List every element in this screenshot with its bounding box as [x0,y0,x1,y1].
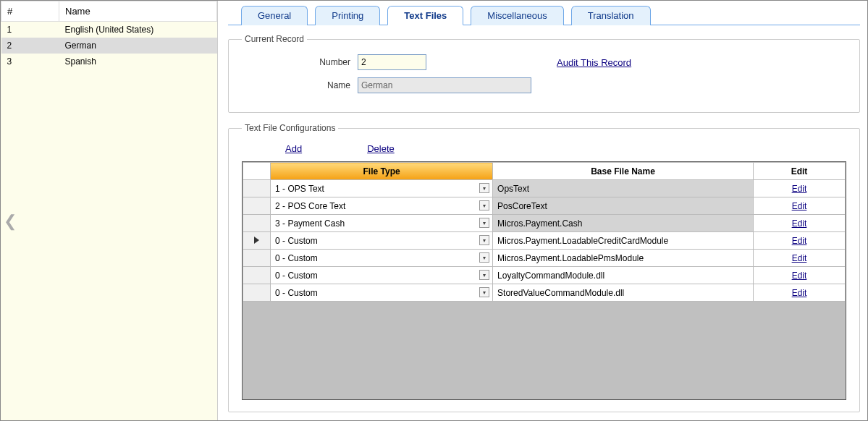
file-type-cell[interactable]: 0 - Custom▾ [271,267,493,284]
file-type-cell[interactable]: 0 - Custom▾ [271,250,493,267]
col-header-num[interactable]: # [1,1,59,22]
delete-link[interactable]: Delete [367,143,395,154]
base-file-cell: PosCoreText [493,197,754,215]
language-list-panel: # Name 1English (United States)2German3S… [1,1,218,420]
base-file-cell: OpsText [493,180,754,197]
tab-text-files[interactable]: Text Files [387,6,463,25]
config-table: File Type Base File Name Edit 1 - OPS Te… [243,162,846,302]
tab-miscellaneous[interactable]: Miscellaneous [471,6,563,25]
name-input [358,77,531,93]
audit-link[interactable]: Audit This Record [557,57,631,68]
row-marker [243,284,271,302]
base-file-cell: Micros.Payment.Cash [493,215,754,232]
edit-cell: Edit [753,197,845,215]
number-input[interactable] [358,54,426,70]
language-table: # Name 1English (United States)2German3S… [1,1,217,69]
dropdown-icon[interactable]: ▾ [479,218,489,228]
tab-translation[interactable]: Translation [571,6,651,25]
file-type-cell[interactable]: 1 - OPS Text▾ [271,180,493,197]
col-header-filetype[interactable]: File Type [271,163,493,180]
edit-link[interactable]: Edit [792,236,807,246]
edit-cell: Edit [753,250,845,267]
text-file-config-legend: Text File Configurations [242,123,338,133]
file-type-cell[interactable]: 3 - Payment Cash▾ [271,215,493,232]
current-record-fieldset: Current Record Number Audit This Record … [228,34,860,113]
base-file-cell[interactable]: StoredValueCommandModule.dll [493,284,754,302]
text-file-config-fieldset: Text File Configurations Add Delete File… [228,123,860,412]
lang-num: 2 [1,38,59,54]
row-marker [243,180,271,197]
table-row[interactable]: 0 - Custom▾Micros.Payment.LoadablePmsMod… [243,250,846,267]
file-type-value: 0 - Custom [275,288,318,298]
edit-link[interactable]: Edit [792,253,807,263]
dropdown-icon[interactable]: ▾ [479,252,489,263]
table-row[interactable]: 2 - POS Core Text▾PosCoreTextEdit [243,197,846,215]
tab-bar: GeneralPrintingText FilesMiscellaneousTr… [228,5,860,25]
edit-cell: Edit [753,267,845,284]
file-type-value: 3 - Payment Cash [275,218,345,229]
file-type-cell[interactable]: 0 - Custom▾ [271,232,493,250]
table-row[interactable]: 3Spanish [1,54,217,69]
row-marker [243,215,271,232]
add-link[interactable]: Add [285,143,302,154]
edit-cell: Edit [753,284,845,302]
file-type-value: 0 - Custom [275,236,318,246]
edit-link[interactable]: Edit [792,271,807,281]
base-file-cell[interactable]: Micros.Payment.LoadableCreditCardModule [493,232,754,250]
row-marker [243,250,271,267]
table-row[interactable]: 0 - Custom▾LoyaltyCommandModule.dllEdit [243,267,846,284]
edit-cell: Edit [753,180,845,197]
name-label: Name [242,80,358,90]
dropdown-icon[interactable]: ▾ [479,183,489,193]
file-type-cell[interactable]: 0 - Custom▾ [271,284,493,302]
number-label: Number [242,57,358,67]
detail-panel: GeneralPrintingText FilesMiscellaneousTr… [218,1,867,420]
row-marker [243,197,271,215]
lang-name: Spanish [59,54,217,69]
edit-cell: Edit [753,215,845,232]
tab-printing[interactable]: Printing [315,6,380,25]
table-row[interactable]: 1 - OPS Text▾OpsTextEdit [243,180,846,197]
lang-name: English (United States) [59,22,217,38]
file-type-cell[interactable]: 2 - POS Core Text▾ [271,197,493,215]
base-file-cell[interactable]: Micros.Payment.LoadablePmsModule [493,250,754,267]
table-row[interactable]: 3 - Payment Cash▾Micros.Payment.CashEdit [243,215,846,232]
dropdown-icon[interactable]: ▾ [479,287,489,297]
file-type-value: 0 - Custom [275,253,318,263]
current-row-icon [254,237,259,244]
col-header-edit[interactable]: Edit [753,163,845,180]
lang-num: 1 [1,22,59,38]
base-file-cell[interactable]: LoyaltyCommandModule.dll [493,267,754,284]
current-record-legend: Current Record [242,34,307,44]
dropdown-icon[interactable]: ▾ [479,235,489,245]
edit-link[interactable]: Edit [792,288,807,298]
dropdown-icon[interactable]: ▾ [479,200,489,210]
table-row[interactable]: 1English (United States) [1,22,217,38]
chevron-left-icon[interactable]: ❮ [4,210,17,232]
col-header-rowmarker [243,163,271,180]
edit-cell: Edit [753,232,845,250]
table-row[interactable]: 2German [1,38,217,54]
lang-num: 3 [1,54,59,69]
edit-link[interactable]: Edit [792,201,807,211]
file-type-value: 1 - OPS Text [275,184,324,194]
row-marker [243,232,271,250]
lang-name: German [59,38,217,54]
tab-general[interactable]: General [241,6,308,25]
col-header-basefile[interactable]: Base File Name [493,163,754,180]
edit-link[interactable]: Edit [792,218,807,229]
file-type-value: 2 - POS Core Text [275,201,345,211]
table-row[interactable]: 0 - Custom▾StoredValueCommandModule.dllE… [243,284,846,302]
col-header-name[interactable]: Name [59,1,217,22]
config-table-container: File Type Base File Name Edit 1 - OPS Te… [242,161,846,400]
table-row[interactable]: 0 - Custom▾Micros.Payment.LoadableCredit… [243,232,846,250]
dropdown-icon[interactable]: ▾ [479,270,489,280]
file-type-value: 0 - Custom [275,271,318,281]
edit-link[interactable]: Edit [792,184,807,194]
row-marker [243,267,271,284]
